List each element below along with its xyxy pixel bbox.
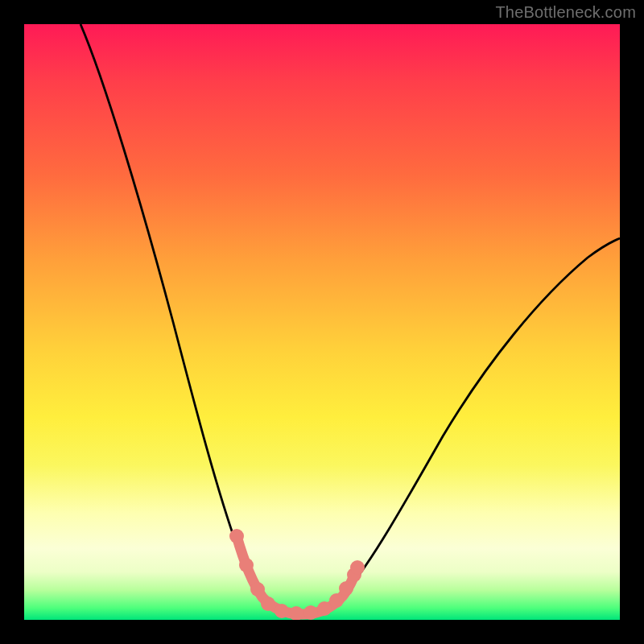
watermark-text: TheBottleneck.com <box>495 3 636 22</box>
black-curve <box>80 24 620 613</box>
coral-dot <box>350 560 365 575</box>
coral-dot <box>229 529 244 543</box>
coral-dot <box>317 601 332 616</box>
plot-area <box>24 24 620 620</box>
curve-svg <box>24 24 620 620</box>
coral-dot <box>339 581 353 596</box>
coral-dot <box>329 593 344 608</box>
coral-dot <box>261 597 275 611</box>
outer-frame: TheBottleneck.com <box>0 0 644 644</box>
coral-dot <box>275 604 289 618</box>
coral-dot <box>239 558 254 572</box>
coral-dot <box>303 605 318 620</box>
coral-dot <box>250 582 265 597</box>
